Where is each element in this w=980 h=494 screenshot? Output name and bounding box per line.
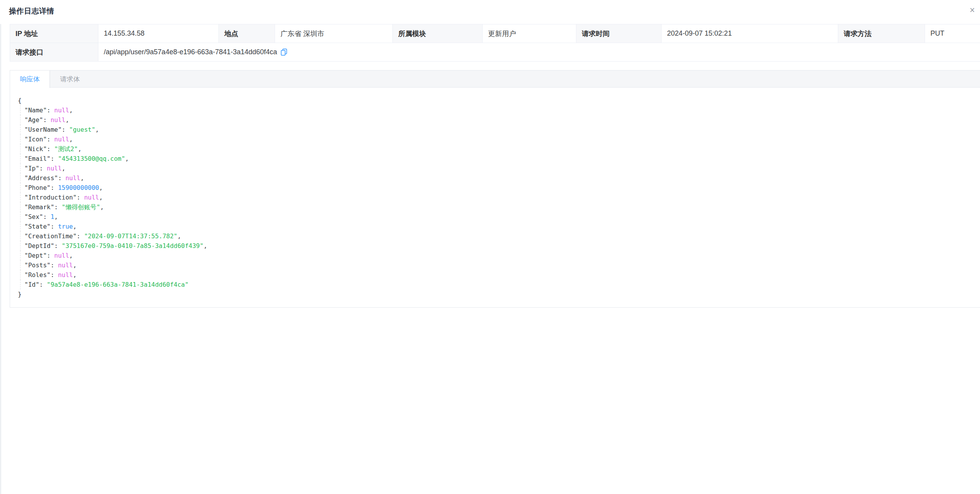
label-ip: IP 地址 [10, 24, 98, 43]
code-line: "Nick": "测试2", [20, 144, 973, 154]
code-line: "Remark": "懒得创账号", [20, 202, 973, 212]
table-row: IP 地址 14.155.34.58 地点 广东省 深圳市 所属模块 更新用户 … [10, 24, 980, 43]
code-line: { [18, 96, 973, 105]
value-request-api: /api/app/user/9a57a4e8-e196-663a-7841-3a… [98, 43, 980, 62]
tab-response-body[interactable]: 响应体 [10, 71, 50, 88]
code-line: "Name": null, [20, 105, 973, 115]
code-line: "Id": "9a57a4e8-e196-663a-7841-3a14dd60f… [20, 280, 973, 289]
code-line: "Introduction": null, [20, 193, 973, 202]
label-request-api: 请求接口 [10, 43, 98, 62]
code-line: "Posts": null, [20, 260, 973, 270]
json-viewer-panel[interactable]: {"Name": null,"Age": null,"UserName": "g… [10, 88, 980, 307]
code-line: "State": true, [20, 222, 973, 231]
copy-document-icon [280, 48, 287, 56]
table-row: 请求接口 /api/app/user/9a57a4e8-e196-663a-78… [10, 43, 980, 62]
close-icon: × [970, 5, 975, 15]
label-location: 地点 [219, 24, 275, 43]
dialog-header: 操作日志详情 × [0, 0, 980, 24]
value-ip: 14.155.34.58 [98, 24, 219, 43]
api-path-text: /api/app/user/9a57a4e8-e196-663a-7841-3a… [104, 48, 277, 56]
code-line: "UserName": "guest", [20, 125, 973, 134]
body-tabs-card: 响应体 请求体 {"Name": null,"Age": null,"UserN… [10, 70, 980, 308]
label-request-method: 请求方法 [838, 24, 925, 43]
code-line: "Phone": 15900000000, [20, 183, 973, 193]
value-request-method: PUT [925, 24, 980, 43]
json-code: {"Name": null,"Age": null,"UserName": "g… [18, 96, 973, 299]
dialog-title: 操作日志详情 [9, 6, 54, 16]
value-request-time: 2024-09-07 15:02:21 [662, 24, 838, 43]
code-line: "Roles": null, [20, 270, 973, 280]
value-module: 更新用户 [483, 24, 576, 43]
code-line: "Dept": null, [20, 251, 973, 260]
label-module: 所属模块 [393, 24, 483, 43]
code-line: "Icon": null, [20, 134, 973, 144]
tabs-bar: 响应体 请求体 [10, 71, 980, 88]
code-line: "DeptId": "375167e0-759a-0410-7a85-3a14d… [20, 241, 973, 251]
value-location: 广东省 深圳市 [275, 24, 393, 43]
code-line: "Email": "454313500@qq.com", [20, 154, 973, 164]
page-left-edge [0, 0, 1, 494]
tab-label: 请求体 [60, 75, 80, 84]
tab-label: 响应体 [20, 75, 40, 84]
tab-request-body[interactable]: 请求体 [50, 71, 90, 88]
code-line: "Age": null, [20, 115, 973, 125]
label-request-time: 请求时间 [576, 24, 662, 43]
code-line: } [18, 289, 973, 299]
code-line: "Sex": 1, [20, 212, 973, 222]
code-line: "CreationTime": "2024-09-07T14:37:55.782… [20, 231, 973, 241]
log-detail-table: IP 地址 14.155.34.58 地点 广东省 深圳市 所属模块 更新用户 … [10, 24, 980, 62]
copy-button[interactable] [280, 48, 287, 56]
code-line: "Address": null, [20, 173, 973, 183]
close-button[interactable]: × [966, 4, 978, 16]
code-line: "Ip": null, [20, 164, 973, 173]
